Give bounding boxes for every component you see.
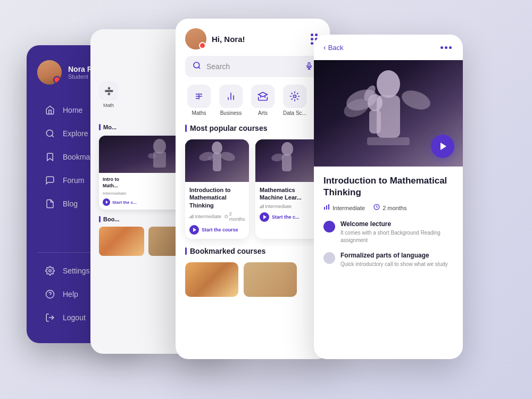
back-chevron-icon: ‹	[323, 43, 326, 52]
svg-rect-40	[261, 205, 262, 208]
course-title-1: Introduction to Mathematical Thinking	[189, 186, 245, 209]
lecture-dot-active	[323, 221, 335, 232]
lecture-item-2[interactable]: Formalized parts of language Quick intro…	[323, 252, 453, 268]
bookmarked-title: Bookmarked courses	[185, 247, 265, 255]
bookmark-thumb-2[interactable]	[244, 262, 297, 297]
avatar-face	[37, 60, 62, 85]
svg-rect-41	[263, 204, 263, 208]
courses-row: Introduction to Mathematical Thinking In…	[176, 139, 330, 246]
sidebar-blog-label: Blog	[63, 200, 78, 208]
svg-point-2	[49, 270, 52, 272]
svg-point-43	[377, 70, 400, 98]
play-icon-2	[260, 212, 269, 222]
categories-row: Maths Business	[176, 85, 330, 123]
course-title-2: Mathematics Machine Lear...	[260, 186, 315, 202]
svg-rect-52	[324, 207, 325, 210]
course-card-2[interactable]: Mathematics Machine Lear... Intermediate	[255, 139, 319, 239]
detail-meta: Intermediate 2 months	[323, 204, 453, 212]
course-thumb-2	[255, 139, 319, 182]
category-data-science[interactable]: Data Sc...	[281, 85, 309, 116]
maths-label: Maths	[192, 110, 206, 116]
play-button-large[interactable]	[431, 135, 454, 158]
svg-rect-32	[191, 215, 192, 218]
duration-icon	[373, 204, 380, 212]
play-triangle-1	[193, 228, 196, 232]
lecture-text-2: Formalized parts of language Quick intro…	[340, 252, 448, 268]
back-button[interactable]: ‹ Back	[323, 43, 344, 52]
start-course-btn-1[interactable]: Start the course	[189, 225, 245, 235]
course-level-2: Intermediate	[260, 204, 292, 209]
explore-icon	[45, 128, 55, 139]
greeting-avatar	[185, 28, 206, 49]
search-input[interactable]: Search	[206, 62, 300, 71]
lecture-desc-1: It comes with a short Background Reading…	[340, 229, 453, 244]
s2-bthumb-1	[99, 227, 144, 256]
detail-menu-dots[interactable]	[440, 46, 453, 49]
detail-screen: ‹ Back	[314, 35, 463, 359]
lecture-title-1: Welcome lecture	[340, 220, 453, 228]
lecture-desc-2: Quick introductory call to show what we …	[340, 261, 448, 268]
detail-duration: 2 months	[373, 204, 406, 212]
greeting-text: Hi, Nora!	[212, 35, 245, 44]
detail-dot-1	[440, 46, 443, 49]
svg-line-13	[198, 67, 200, 69]
detail-dot-3	[449, 46, 452, 49]
svg-rect-31	[190, 217, 190, 218]
detail-level: Intermediate	[323, 204, 365, 212]
business-label: Business	[220, 110, 242, 116]
main-screen: Hi, Nora! Search	[176, 19, 330, 359]
detail-content: Introduction to Mathematical Thinking In…	[314, 167, 463, 359]
course-duration-1: 2 months	[225, 211, 246, 222]
sidebar-home-label: Home	[63, 106, 82, 114]
play-icon-1	[189, 225, 199, 235]
detail-level-text: Intermediate	[332, 205, 365, 211]
svg-line-1	[52, 135, 53, 137]
start-course-btn-2[interactable]: Start the c...	[260, 212, 315, 222]
category-maths[interactable]: Maths	[185, 85, 213, 116]
lecture-dot-inactive	[323, 252, 335, 264]
data-science-label: Data Sc...	[283, 110, 306, 116]
svg-point-0	[46, 130, 53, 136]
sidebar-help-label: Help	[63, 290, 78, 298]
category-business[interactable]: Business	[217, 85, 245, 116]
greeting-section: Hi, Nora!	[185, 28, 245, 49]
mic-icon	[305, 62, 313, 71]
arts-icon	[251, 85, 275, 108]
lecture-text-1: Welcome lecture It comes with a short Ba…	[340, 220, 453, 244]
business-icon	[219, 85, 243, 108]
screens-container: Nora Roberts Student Home	[27, 19, 505, 380]
svg-point-26	[212, 142, 222, 154]
course-meta-2: Intermediate	[260, 204, 315, 209]
sidebar-logout-label: Logout	[63, 313, 86, 322]
svg-rect-33	[193, 215, 193, 219]
sidebar-forum-label: Forum	[63, 176, 84, 185]
svg-rect-54	[328, 204, 329, 210]
search-bar[interactable]: Search	[185, 56, 320, 77]
s2-play-triangle	[106, 201, 108, 204]
course-card-1[interactable]: Introduction to Mathematical Thinking In…	[185, 139, 249, 239]
maths-icon	[187, 85, 211, 108]
lecture-item-1[interactable]: Welcome lecture It comes with a short Ba…	[323, 220, 453, 244]
dot-5	[311, 42, 313, 45]
svg-rect-49	[369, 110, 381, 134]
arts-label: Arts	[258, 110, 268, 116]
svg-point-24	[294, 95, 296, 98]
play-triangle-2	[263, 215, 267, 219]
main-header: Hi, Nora!	[176, 19, 330, 56]
svg-rect-27	[213, 153, 221, 171]
bookmarked-row	[176, 262, 330, 297]
play-triangle-large	[440, 143, 446, 150]
level-icon	[323, 204, 330, 212]
popular-section-header: Most popular courses ›	[176, 123, 330, 139]
svg-point-12	[194, 62, 200, 68]
detail-image	[314, 60, 463, 167]
search-icon	[193, 61, 201, 72]
bookmarked-section-header: Bookmarked courses ›	[176, 246, 330, 262]
s2-cat-math-icon: ➗	[99, 81, 118, 101]
detail-title: Introduction to Mathematical Thinking	[323, 175, 453, 198]
detail-dot-2	[445, 46, 447, 49]
svg-rect-53	[326, 205, 327, 210]
category-arts[interactable]: Arts	[249, 85, 277, 116]
bookmark-thumb-1[interactable]	[185, 262, 238, 297]
course-info-2: Mathematics Machine Lear... Intermediate	[255, 182, 319, 226]
